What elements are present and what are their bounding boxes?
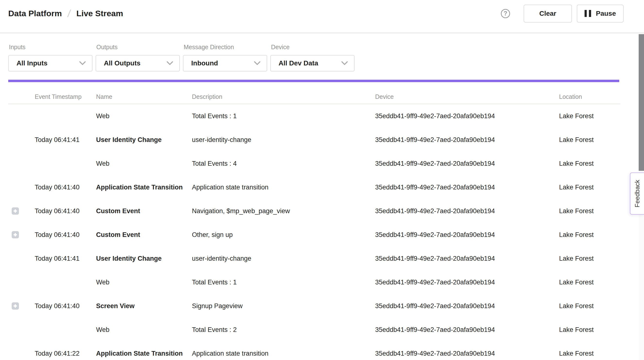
table-row[interactable]: Web Total Events : 1 35eddb41-9ff9-49e2-…	[8, 270, 620, 294]
event-name-cell: User Identity Change	[96, 255, 192, 262]
expand-row-button[interactable]	[12, 302, 19, 310]
event-timestamp-cell: Today 06:41:40	[35, 207, 96, 215]
event-device-cell: 35eddb41-9ff9-49e2-7aed-20afa90eb194	[375, 207, 559, 215]
event-device-cell: 35eddb41-9ff9-49e2-7aed-20afa90eb194	[375, 160, 559, 168]
event-location-cell: Lake Forest	[559, 350, 620, 357]
table-row[interactable]: Today 06:41:40 Custom Event Navigation, …	[8, 199, 620, 223]
event-name-cell: Web	[96, 160, 192, 168]
column-header-event-timestamp: Event Timestamp	[35, 93, 96, 100]
top-bar: Data Platform / Live Stream ? Clear Paus…	[0, 0, 644, 33]
breadcrumb: Data Platform / Live Stream	[8, 8, 123, 19]
event-device-cell: 35eddb41-9ff9-49e2-7aed-20afa90eb194	[375, 326, 559, 334]
filter-label: Inputs	[9, 44, 92, 50]
table-row[interactable]: Today 06:41:40 Application State Transit…	[8, 176, 620, 199]
table-row[interactable]: Today 06:41:40 Screen View Signup Pagevi…	[8, 294, 620, 318]
event-timestamp-cell: Today 06:41:40	[35, 231, 96, 239]
event-name-cell: Web	[96, 279, 192, 286]
device-dropdown[interactable]: All Dev Data	[270, 55, 354, 71]
filter-bar: Inputs All Inputs Outputs All Outputs Me…	[8, 44, 354, 71]
event-timestamp-cell: Today 06:41:40	[35, 184, 96, 191]
column-header-location: Location	[559, 93, 620, 100]
event-location-cell: Lake Forest	[559, 279, 620, 286]
event-name-cell: Application State Transition	[96, 184, 192, 191]
event-device-cell: 35eddb41-9ff9-49e2-7aed-20afa90eb194	[375, 302, 559, 310]
filter-device: Device All Dev Data	[270, 44, 354, 71]
inputs-dropdown[interactable]: All Inputs	[8, 55, 92, 71]
filter-label: Outputs	[96, 44, 180, 50]
event-name-cell: Screen View	[96, 302, 192, 310]
device-dropdown-value: All Dev Data	[278, 59, 318, 67]
clear-button[interactable]: Clear	[524, 4, 572, 22]
expand-row-button[interactable]	[12, 207, 19, 215]
event-name-cell: Web	[96, 112, 192, 120]
chevron-down-icon	[342, 61, 348, 65]
event-device-cell: 35eddb41-9ff9-49e2-7aed-20afa90eb194	[375, 184, 559, 191]
clear-button-label: Clear	[539, 10, 556, 17]
event-device-cell: 35eddb41-9ff9-49e2-7aed-20afa90eb194	[375, 255, 559, 262]
feedback-tab-label: Feedback	[634, 180, 641, 207]
message-direction-dropdown[interactable]: Inbound	[183, 55, 267, 71]
event-name-cell: Application State Transition	[96, 350, 192, 357]
event-device-cell: 35eddb41-9ff9-49e2-7aed-20afa90eb194	[375, 231, 559, 239]
plus-icon	[13, 304, 17, 308]
column-header-description: Description	[192, 93, 375, 100]
scrollbar-thumb[interactable]	[639, 34, 644, 171]
outputs-dropdown[interactable]: All Outputs	[96, 55, 180, 71]
event-device-cell: 35eddb41-9ff9-49e2-7aed-20afa90eb194	[375, 350, 559, 357]
event-location-cell: Lake Forest	[559, 326, 620, 334]
table-row[interactable]: Today 06:41:41 User Identity Change user…	[8, 128, 620, 152]
pause-button[interactable]: Pause	[577, 4, 624, 22]
event-location-cell: Lake Forest	[559, 136, 620, 144]
expand-row-button[interactable]	[12, 231, 19, 238]
help-glyph: ?	[504, 10, 507, 17]
chevron-down-icon	[167, 61, 173, 65]
inputs-dropdown-value: All Inputs	[16, 59, 48, 67]
chevron-down-icon	[79, 61, 86, 65]
column-header-name: Name	[96, 93, 192, 100]
event-description-cell: user-identity-change	[192, 136, 375, 144]
event-description-cell: Navigation, $mp_web_page_view	[192, 207, 375, 215]
event-timestamp-cell: Today 06:41:22	[35, 350, 96, 357]
event-location-cell: Lake Forest	[559, 231, 620, 239]
plus-icon	[13, 209, 17, 213]
table-body: Web Total Events : 1 35eddb41-9ff9-49e2-…	[8, 104, 620, 360]
event-name-cell: User Identity Change	[96, 136, 192, 144]
event-timestamp-cell: Today 06:41:41	[35, 255, 96, 262]
event-description-cell: Signup Pageview	[192, 302, 375, 310]
event-device-cell: 35eddb41-9ff9-49e2-7aed-20afa90eb194	[375, 136, 559, 144]
feedback-tab[interactable]: Feedback	[630, 173, 644, 215]
chevron-down-icon	[254, 61, 260, 65]
breadcrumb-page: Live Stream	[76, 9, 123, 18]
table-row[interactable]: Today 06:41:41 User Identity Change user…	[8, 247, 620, 270]
breadcrumb-separator: /	[67, 8, 71, 19]
live-stream-table: Event Timestamp Name Description Device …	[8, 82, 620, 360]
column-header-device: Device	[375, 93, 559, 100]
event-location-cell: Lake Forest	[559, 184, 620, 191]
filter-outputs: Outputs All Outputs	[96, 44, 180, 71]
event-name-cell: Web	[96, 326, 192, 334]
event-description-cell: Total Events : 1	[192, 279, 375, 286]
filter-label: Device	[271, 44, 354, 50]
breadcrumb-section[interactable]: Data Platform	[8, 9, 62, 18]
table-row[interactable]: Today 06:41:40 Custom Event Other, sign …	[8, 223, 620, 247]
event-description-cell: Total Events : 1	[192, 112, 375, 120]
event-timestamp-cell: Today 06:41:41	[35, 136, 96, 144]
event-location-cell: Lake Forest	[559, 160, 620, 168]
filter-inputs: Inputs All Inputs	[8, 44, 92, 71]
table-header-row: Event Timestamp Name Description Device …	[8, 82, 620, 104]
event-description-cell: Total Events : 4	[192, 160, 375, 168]
outputs-dropdown-value: All Outputs	[104, 59, 140, 67]
table-row[interactable]: Web Total Events : 4 35eddb41-9ff9-49e2-…	[8, 152, 620, 176]
table-row[interactable]: Web Total Events : 2 35eddb41-9ff9-49e2-…	[8, 318, 620, 342]
filter-label: Message Direction	[184, 44, 267, 50]
table-row[interactable]: Web Total Events : 1 35eddb41-9ff9-49e2-…	[8, 104, 620, 128]
event-location-cell: Lake Forest	[559, 255, 620, 262]
help-icon[interactable]: ?	[501, 9, 510, 18]
plus-icon	[13, 233, 17, 237]
event-name-cell: Custom Event	[96, 207, 192, 215]
event-description-cell: Application state transition	[192, 184, 375, 191]
table-row[interactable]: Today 06:41:22 Application State Transit…	[8, 342, 620, 360]
event-name-cell: Custom Event	[96, 231, 192, 239]
event-description-cell: Other, sign up	[192, 231, 375, 239]
event-device-cell: 35eddb41-9ff9-49e2-7aed-20afa90eb194	[375, 112, 559, 120]
